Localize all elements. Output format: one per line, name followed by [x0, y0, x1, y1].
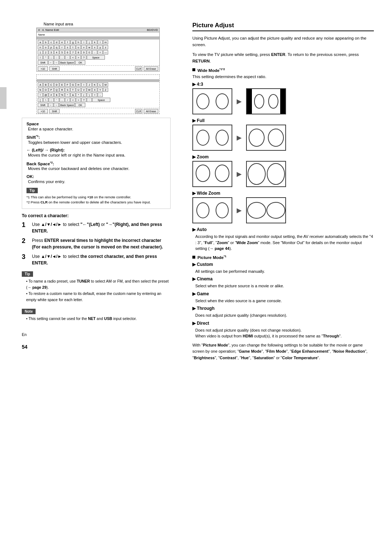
diagram-43-before	[192, 88, 232, 114]
tip-fn1: *1 This can also be performed by using +…	[26, 195, 166, 200]
kbd-row-1-lower: abcdefghijklm	[37, 40, 159, 45]
step-2: 2 Press ENTER several times to highlight…	[22, 237, 171, 250]
page-tab	[0, 87, 7, 109]
wide-mode-desc: This setting determines the aspect ratio…	[192, 74, 374, 79]
def-shift-term: Shift*1:	[26, 134, 166, 139]
right-column: Picture Adjust Using Picture Adjust, you…	[181, 15, 392, 540]
def-shift-desc: Toggles between lower and upper case cha…	[28, 139, 166, 146]
def-ok-term: OK:	[26, 174, 166, 179]
black-square-icon-2	[192, 256, 195, 259]
kbd-cursor-upper	[37, 79, 159, 82]
mode-zoom-label: Zoom	[192, 154, 374, 159]
def-arrow-desc: Moves the cursor left or right in the Na…	[28, 152, 166, 158]
keyboard-diagram-upper: ABCDEFGHIJKLM NOPQRSTUVWXYZ !@#$%^&*()+-…	[36, 74, 160, 114]
kbd-header-right: BD/DVD	[147, 28, 158, 32]
mode-custom-label: Custom	[192, 262, 374, 267]
arrow-right-full-icon: ▶	[237, 134, 242, 142]
mode-custom-desc: All settings can be performed manually.	[195, 268, 374, 275]
kbd-separator	[37, 65, 159, 66]
mode-full: Full ▶	[192, 118, 374, 151]
mode-direct: Direct Does not adjust picture quality (…	[192, 321, 374, 339]
diagram-zoom-before	[192, 161, 232, 187]
mode-43: 4:3 ▶	[192, 82, 374, 114]
circle-right	[216, 93, 229, 109]
section-title: Picture Adjust	[192, 22, 374, 31]
mode-zoom: Zoom ▶	[192, 154, 374, 187]
kbd-separator-upper	[37, 108, 159, 108]
mode-wide-zoom-label: Wide Zoom	[192, 191, 374, 196]
intro-2: To view the TV picture while setting, pr…	[192, 51, 374, 65]
mode-custom: Custom All settings can be performed man…	[192, 262, 374, 275]
mode-auto-label: Auto	[192, 227, 374, 232]
def-arrow-term: ← (Left)/ → (Right):	[26, 148, 166, 152]
mode-through: Through Does not adjust picture quality …	[192, 306, 374, 319]
def-backspace-term: Back Space*2:	[26, 161, 166, 166]
diagram-full-before	[192, 125, 232, 151]
tip-items: To name a radio preset, use TUNER to sel…	[22, 278, 171, 303]
page: Name input area 4 · 4. Name Edit BD/DVD …	[0, 0, 392, 555]
tip-section-outer: Tip To name a radio preset, use TUNER to…	[22, 271, 171, 303]
mode-auto: Auto According to the input signals and …	[192, 227, 374, 252]
mode-auto-desc: According to the input signals and monit…	[195, 234, 374, 252]
mode-direct-desc: Does not adjust picture quality (does no…	[195, 327, 374, 339]
mode-full-diagrams: ▶	[192, 125, 374, 151]
kbd-row-1-upper: ABCDEFGHIJKLM	[37, 82, 159, 87]
keyboard-diagram-lower: 4 · 4. Name Edit BD/DVD Name abcdefghijk…	[36, 28, 160, 72]
mode-game-label: Game	[192, 291, 374, 296]
picture-mode-header: Picture Mode*1	[192, 255, 374, 260]
kbd-row-4-upper: [\;',/<>?· Space	[37, 97, 159, 102]
kbd-cursor	[37, 37, 159, 40]
tip-header-outer: Tip	[22, 271, 33, 277]
left-column: Name input area 4 · 4. Name Edit BD/DVD …	[0, 15, 181, 540]
kbd-ctrl-row-upper: ×10 Shift CLR All Erase	[37, 109, 159, 114]
kbd-row-2-lower: nopqrstuvwxyz	[37, 45, 159, 50]
diagram-full-after	[246, 125, 286, 151]
mode-direct-label: Direct	[192, 321, 374, 326]
definitions-box: Space Enter a space character. Shift*1: …	[22, 118, 171, 209]
note-section: Note This setting cannot be used for the…	[22, 309, 171, 322]
arrow-right-icon: ▶	[237, 97, 242, 105]
mode-43-label: 4:3	[192, 82, 374, 87]
tip-item-1: To name a radio preset, use TUNER to sel…	[26, 278, 171, 291]
intro-1: Using Picture Adjust, you can adjust the…	[192, 35, 374, 48]
circle-right-after	[268, 94, 278, 109]
mode-game: Game Select when the video source is a g…	[192, 291, 374, 304]
mode-cinema-label: Cinema	[192, 276, 374, 281]
page-number-area: En 54	[22, 332, 171, 350]
diagram-zoom-after	[246, 161, 286, 187]
diagram-wz-after	[246, 197, 286, 223]
kbd-row-4-lower: !";:.·<>? Space	[37, 55, 159, 60]
tip-fn2: *2 Press CLR on the remote controller to…	[26, 200, 166, 205]
circle-left	[196, 93, 209, 109]
note-header: Note	[22, 309, 36, 314]
mode-through-desc: Does not adjust picture quality (changes…	[195, 312, 374, 319]
mode-wide-zoom: Wide Zoom ▶	[192, 191, 374, 223]
mode-43-diagrams: ▶	[192, 88, 374, 114]
circle-left-after	[254, 94, 264, 109]
mode-wide-zoom-diagrams: ▶	[192, 197, 374, 223]
def-space-desc: Enter a space character.	[28, 126, 166, 132]
kbd-name-field: Name	[37, 32, 159, 37]
kbd-row-2-upper: NOPQRSTUVWXYZ	[37, 87, 159, 92]
def-backspace-desc: Moves the cursor backward and deletes on…	[28, 166, 166, 172]
def-ok-desc: Confirms your entry.	[28, 179, 166, 185]
name-input-label: Name input area	[44, 22, 171, 26]
note-item-1: This setting cannot be used for the NET …	[22, 316, 171, 322]
wide-mode-header: Wide Mode*1*2	[192, 68, 374, 73]
arrow-right-zoom-icon: ▶	[237, 170, 242, 178]
mode-through-label: Through	[192, 306, 374, 311]
mode-zoom-diagrams: ▶	[192, 161, 374, 187]
diagram-43-inner	[252, 89, 280, 114]
page-number: 54	[22, 344, 171, 350]
bottom-note: With "Picture Mode", you can change the …	[192, 342, 374, 361]
step-1: 1 Use ▲/▼/◄/► to select "←"(Left) or "→"…	[22, 221, 171, 234]
kbd-bottom-row-upper: Shift ← → Back Space OK	[37, 102, 159, 108]
mode-cinema: Cinema Select when the picture source is…	[192, 276, 374, 289]
kbd-header-left: 4 · 4. Name Edit	[38, 28, 59, 32]
kbd-ctrl-row-lower: ×10 Shift CLR All Erase	[37, 66, 159, 71]
kbd-row-3-upper: !@#$%^&*()+-	[37, 92, 159, 97]
mode-game-desc: Select when the video source is a game c…	[195, 298, 374, 304]
correct-char-title: To correct a character:	[22, 213, 171, 218]
step-3: 3 Use ▲/▼/◄/► to select the correct char…	[22, 253, 171, 266]
tip-header-inner: Tip	[26, 188, 38, 193]
